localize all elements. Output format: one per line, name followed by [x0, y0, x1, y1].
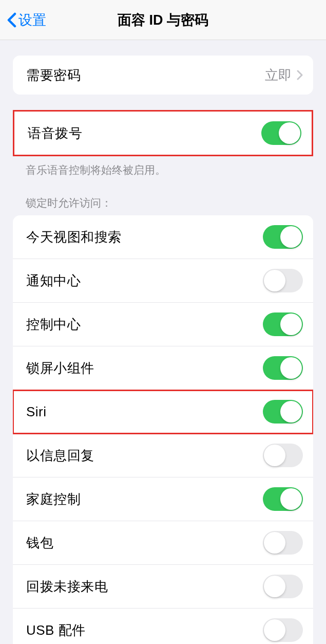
locked-item-toggle[interactable]	[263, 444, 303, 467]
require-passcode-value-text: 立即	[265, 66, 292, 84]
locked-item-label: 家庭控制	[26, 490, 81, 508]
locked-item-row: 控制中心	[13, 303, 313, 346]
locked-item-row: 钱包	[13, 521, 313, 565]
toggle-knob	[280, 357, 302, 379]
toggle-knob	[280, 314, 302, 335]
locked-item-row: 锁屏小组件	[13, 346, 313, 390]
locked-item-label: 钱包	[26, 534, 53, 552]
locked-item-row: Siri	[13, 390, 313, 434]
locked-item-label: 控制中心	[26, 316, 81, 334]
locked-item-toggle[interactable]	[263, 356, 303, 380]
toggle-knob	[264, 619, 285, 641]
locked-item-row: 以信息回复	[13, 434, 313, 477]
back-button[interactable]: 设置	[7, 11, 46, 29]
voice-dial-row: 语音拨号	[14, 112, 312, 155]
voice-dial-toggle[interactable]	[261, 121, 301, 145]
locked-item-label: 回拨未接来电	[26, 578, 108, 596]
chevron-left-icon	[7, 12, 16, 28]
locked-item-toggle[interactable]	[263, 531, 303, 555]
navigation-header: 设置 面容 ID 与密码	[0, 0, 326, 40]
locked-item-label: 以信息回复	[26, 447, 94, 465]
locked-item-toggle[interactable]	[263, 400, 303, 424]
locked-item-toggle[interactable]	[263, 575, 303, 598]
toggle-knob	[279, 122, 300, 144]
require-passcode-label: 需要密码	[26, 66, 81, 84]
voice-dial-label: 语音拨号	[28, 124, 82, 142]
locked-item-row: USB 配件	[13, 609, 313, 644]
locked-item-row: 今天视图和搜索	[13, 215, 313, 259]
page-title: 面容 ID 与密码	[118, 11, 208, 29]
locked-item-toggle[interactable]	[263, 225, 303, 249]
toggle-knob	[264, 270, 285, 291]
locked-item-toggle[interactable]	[263, 312, 303, 336]
toggle-knob	[280, 226, 302, 248]
locked-section-header: 锁定时允许访问：	[26, 196, 313, 210]
toggle-knob	[264, 576, 285, 597]
voice-dial-footer: 音乐语音控制将始终被启用。	[26, 162, 313, 177]
toggle-knob	[264, 445, 285, 466]
locked-item-label: USB 配件	[26, 621, 86, 639]
chevron-right-icon	[297, 70, 303, 80]
locked-item-label: 今天视图和搜索	[26, 228, 122, 246]
voice-dial-group: 语音拨号	[13, 110, 313, 156]
require-passcode-group: 需要密码 立即	[13, 56, 313, 95]
toggle-knob	[280, 401, 302, 422]
locked-item-toggle[interactable]	[263, 487, 303, 511]
require-passcode-value: 立即	[265, 66, 303, 84]
require-passcode-row[interactable]: 需要密码 立即	[13, 56, 313, 95]
toggle-knob	[280, 488, 302, 510]
back-label: 设置	[18, 11, 46, 29]
toggle-knob	[264, 532, 285, 554]
locked-item-toggle[interactable]	[263, 269, 303, 292]
locked-item-label: 通知中心	[26, 272, 81, 290]
locked-item-label: 锁屏小组件	[26, 359, 94, 377]
locked-item-row: 回拨未接来电	[13, 565, 313, 609]
locked-item-row: 通知中心	[13, 259, 313, 303]
locked-item-toggle[interactable]	[263, 618, 303, 642]
locked-item-label: Siri	[26, 404, 47, 420]
content: 需要密码 立即 语音拨号 音乐语音控制将始终被启用。 锁定时允许访问： 今天视图…	[0, 56, 326, 644]
locked-item-row: 家庭控制	[13, 477, 313, 521]
locked-access-group: 今天视图和搜索通知中心控制中心锁屏小组件Siri以信息回复家庭控制钱包回拨未接来…	[13, 215, 313, 644]
